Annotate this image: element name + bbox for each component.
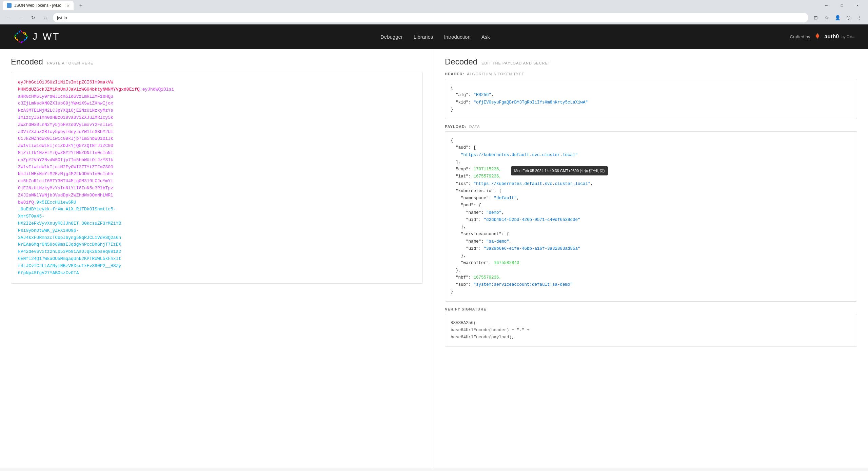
- encoded-subtitle: PASTE A TOKEN HERE: [47, 61, 94, 65]
- tab-favicon: [7, 3, 12, 8]
- nav-introduction[interactable]: Introduction: [444, 34, 470, 40]
- nav-debugger[interactable]: Debugger: [380, 34, 403, 40]
- exp-tooltip: Mon Feb 05 2024 14:40:36 GMT+0800 (中国标准时…: [511, 166, 608, 175]
- tab-close-btn[interactable]: ×: [67, 3, 70, 8]
- header-code-block[interactable]: { "alg": "RS256", "kid": "ofjEV0syuFgaQB…: [445, 79, 857, 119]
- verify-label: VERIFY SIGNATURE: [445, 307, 857, 311]
- verify-section: VERIFY SIGNATURE RSASHA256( base64UrlEnc…: [445, 307, 857, 347]
- decoded-panel-header: Decoded EDIT THE PAYLOAD AND SECRET: [445, 57, 857, 67]
- tab-title: JSON Web Tokens - jwt.io: [14, 3, 61, 8]
- encoded-panel-header: Encoded PASTE A TOKEN HERE: [11, 57, 423, 67]
- cast-icon[interactable]: ⊡: [811, 13, 821, 22]
- decoded-panel: Decoded EDIT THE PAYLOAD AND SECRET HEAD…: [434, 49, 868, 468]
- token-header-part: eyJhbGciOiJSUzI1NiIsImtpZCI6Im9makVWMHN5…: [18, 80, 140, 92]
- auth0-brand-text: auth0: [824, 34, 839, 40]
- verify-line3: base64UrlEncode(payload),: [451, 335, 514, 340]
- verify-line1: RSASHA256(: [451, 321, 476, 325]
- nav-ask[interactable]: Ask: [481, 34, 490, 40]
- close-btn[interactable]: ×: [850, 0, 865, 11]
- refresh-btn[interactable]: ↻: [28, 13, 38, 22]
- nav-libraries[interactable]: Libraries: [414, 34, 433, 40]
- browser-tab[interactable]: JSON Web Tokens - jwt.io ×: [3, 1, 74, 10]
- profile-icon[interactable]: 👤: [833, 13, 842, 22]
- url-input[interactable]: [53, 13, 808, 22]
- decoded-title: Decoded: [445, 57, 477, 67]
- payload-section: PAYLOAD: DATA { "aud": [ "https://kubern…: [445, 125, 857, 302]
- window-top-bar: JSON Web Tokens - jwt.io × + ─ □ ×: [0, 0, 868, 11]
- token-signature-part: .9k5IEccHUiewSRU_6uEdBY1cykk-frXm_A1X_R1…: [18, 200, 121, 276]
- minimize-btn[interactable]: ─: [818, 0, 834, 11]
- menu-icon[interactable]: ⋮: [854, 13, 864, 22]
- crafted-by-label: Crafted by: [790, 34, 810, 39]
- browser-actions: ⊡ ☆ 👤 ⬡ ⋮: [811, 13, 864, 22]
- bookmark-icon[interactable]: ☆: [822, 13, 831, 22]
- jwt-logo-icon: [14, 29, 28, 44]
- encoded-title: Encoded: [11, 57, 43, 67]
- encoded-panel: Encoded PASTE A TOKEN HERE eyJhbGciOiJSU…: [0, 49, 434, 468]
- home-btn[interactable]: ⌂: [41, 13, 50, 22]
- header-section: HEADER: ALGORITHM & TOKEN TYPE { "alg": …: [445, 72, 857, 119]
- extension-icon[interactable]: ⬡: [844, 13, 853, 22]
- address-bar: ← → ↻ ⌂ ⊡ ☆ 👤 ⬡ ⋮: [0, 11, 868, 24]
- maximize-btn[interactable]: □: [834, 0, 850, 11]
- header-label: HEADER: ALGORITHM & TOKEN TYPE: [445, 72, 857, 76]
- logo-text: J WT: [33, 31, 60, 42]
- back-btn[interactable]: ←: [4, 13, 14, 22]
- auth0-logo: auth0: [813, 32, 839, 41]
- app-header: J WT Debugger Libraries Introduction Ask…: [0, 24, 868, 49]
- new-tab-btn[interactable]: +: [75, 1, 87, 10]
- payload-label: PAYLOAD: DATA: [445, 125, 857, 129]
- forward-btn[interactable]: →: [16, 13, 26, 22]
- verify-line2: base64UrlEncode(header) + "." +: [451, 328, 530, 333]
- token-textarea[interactable]: eyJhbGciOiJSUzI1NiIsImtpZCI6Im9makVWMHN5…: [11, 72, 423, 284]
- auth0-icon: [813, 32, 822, 41]
- main-content: Encoded PASTE A TOKEN HERE eyJhbGciOiJSU…: [0, 49, 868, 468]
- crafted-by-area: Crafted by auth0 by Okta: [790, 32, 854, 41]
- window-controls: ─ □ ×: [818, 0, 865, 11]
- payload-code-block[interactable]: { "aud": [ "https://kubernetes.default.s…: [445, 131, 857, 302]
- token-payload-part: .eyJhdWQiOlsiaHR0cHM6Ly9rdWJlcm5ldGVzLmR…: [18, 87, 174, 205]
- logo-area: J WT: [14, 29, 60, 44]
- okta-label: by Okta: [842, 35, 854, 39]
- decoded-subtitle: EDIT THE PAYLOAD AND SECRET: [481, 61, 550, 65]
- svg-point-0: [19, 35, 23, 39]
- main-nav: Debugger Libraries Introduction Ask: [80, 34, 790, 40]
- verify-code-block[interactable]: RSASHA256( base64UrlEncode(header) + "."…: [445, 314, 857, 347]
